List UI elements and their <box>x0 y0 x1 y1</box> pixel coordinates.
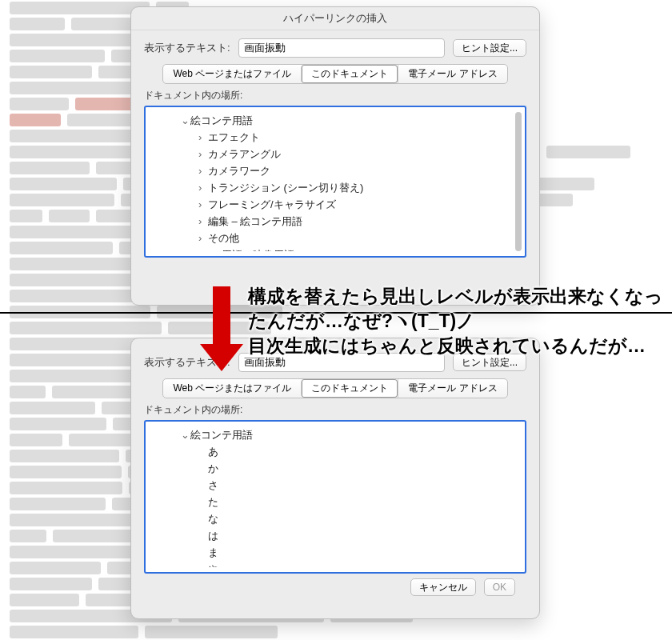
tree-item[interactable]: さ <box>150 477 522 494</box>
caret-icon: ⌄ <box>181 114 189 126</box>
annotation-text: 構成を替えたら見出しレベルが表示出来なくなったんだが…なぜ?ヽ(T_T)ノ目次生… <box>248 284 664 358</box>
hyperlink-dialog-after: 表示するテキスト: ヒント設定... Web ページまたはファイル このドキュメ… <box>130 338 540 619</box>
tree-scrollbar[interactable] <box>515 112 522 251</box>
caret-icon: › <box>181 249 189 252</box>
spacer <box>198 496 206 508</box>
tab-web[interactable]: Web ページまたはファイル <box>163 379 301 398</box>
link-type-segmented[interactable]: Web ページまたはファイル このドキュメント 電子メール アドレス <box>162 378 507 398</box>
display-text-label: 表示するテキスト: <box>144 41 230 55</box>
location-tree[interactable]: ⌄絵コンテ用語›エフェクト›カメラアングル›カメラワーク›トランジション (シー… <box>144 106 526 258</box>
caret-icon: › <box>198 165 206 177</box>
link-type-segmented[interactable]: Web ページまたはファイル このドキュメント 電子メール アドレス <box>162 64 507 84</box>
tree-item[interactable]: ⌄絵コンテ用語 <box>150 426 522 443</box>
spacer <box>198 446 206 458</box>
tree-item[interactable]: ›フレーミング/キャラサイズ <box>150 196 522 213</box>
spacer <box>198 563 206 568</box>
tree-item[interactable]: は <box>150 527 522 544</box>
location-label: ドキュメント内の場所: <box>144 403 526 417</box>
tree-item[interactable]: ›アニメ用語、映像用語 <box>150 246 522 251</box>
location-tree[interactable]: ⌄絵コンテ用語 あ か さ た な は ま や <box>144 420 526 574</box>
caret-icon: › <box>198 131 206 143</box>
tree-item[interactable]: ›編集 – 絵コンテ用語 <box>150 213 522 230</box>
spacer <box>198 530 206 542</box>
tab-email[interactable]: 電子メール アドレス <box>398 65 506 83</box>
spacer <box>198 462 206 474</box>
tree-item[interactable]: か <box>150 460 522 477</box>
ok-button[interactable]: OK <box>484 578 515 596</box>
tree-item[interactable]: た <box>150 494 522 510</box>
caret-icon: ⌄ <box>181 429 189 441</box>
caret-icon: › <box>198 198 206 210</box>
tree-item[interactable]: ›カメラアングル <box>150 146 522 162</box>
spacer <box>198 546 206 558</box>
hyperlink-dialog-before: ハイパーリンクの挿入 表示するテキスト: ヒント設定... Web ページまたは… <box>130 6 540 306</box>
tab-this-document[interactable]: このドキュメント <box>301 379 398 398</box>
caret-icon: › <box>198 182 206 194</box>
tab-this-document[interactable]: このドキュメント <box>301 65 398 83</box>
dialog-footer: キャンセル OK <box>144 574 526 606</box>
hint-settings-button[interactable]: ヒント設定... <box>453 39 526 57</box>
spacer <box>198 479 206 491</box>
display-text-label: 表示するテキスト: <box>144 355 230 370</box>
spacer <box>198 513 206 525</box>
tree-item[interactable]: な <box>150 510 522 527</box>
caret-icon: › <box>198 148 206 160</box>
cancel-button[interactable]: キャンセル <box>410 578 476 596</box>
tree-item[interactable]: ›カメラワーク <box>150 162 522 179</box>
tab-web[interactable]: Web ページまたはファイル <box>163 65 301 83</box>
tree-item[interactable]: ま <box>150 544 522 561</box>
tab-email[interactable]: 電子メール アドレス <box>398 379 506 398</box>
tree-item[interactable]: ›エフェクト <box>150 129 522 146</box>
screenshot-stage: (function(){ var host=document.currentSc… <box>0 0 672 640</box>
tree-item[interactable]: ›その他 <box>150 230 522 246</box>
caret-icon: › <box>198 232 206 244</box>
caret-icon: › <box>198 215 206 227</box>
location-label: ドキュメント内の場所: <box>144 89 526 102</box>
display-text-input[interactable] <box>238 38 445 58</box>
tree-item[interactable]: ›トランジション (シーン切り替え) <box>150 179 522 196</box>
dialog-title: ハイパーリンクの挿入 <box>131 7 539 30</box>
tree-item[interactable]: や <box>150 561 522 567</box>
tree-item[interactable]: あ <box>150 443 522 460</box>
tree-item[interactable]: ⌄絵コンテ用語 <box>150 112 522 129</box>
